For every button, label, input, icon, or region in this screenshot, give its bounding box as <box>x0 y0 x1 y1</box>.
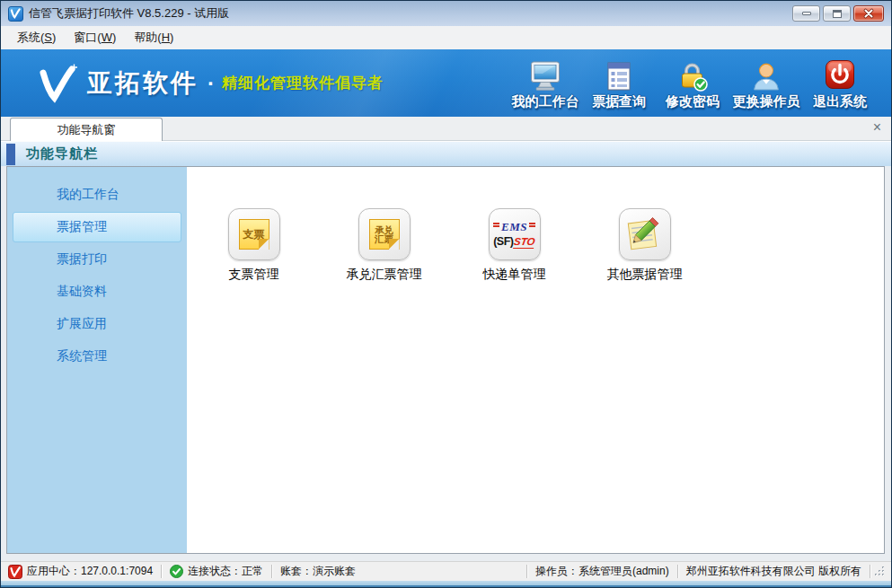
sidebar-item-basic-data[interactable]: 基础资料 <box>13 276 181 307</box>
toolbar-workbench-label: 我的工作台 <box>512 93 579 110</box>
module-label: 其他票据管理 <box>607 267 683 283</box>
toolbar-bill-query-button[interactable]: 票据查询 <box>582 59 656 110</box>
status-copyright: 郑州亚拓软件科技有限公司 版权所有 <box>678 564 870 579</box>
toolbar-change-password-button[interactable]: 修改密码 <box>656 59 729 110</box>
notepad-pencil-icon <box>619 208 671 260</box>
yatuo-logo-icon <box>37 64 78 103</box>
nav-header-title: 功能导航栏 <box>26 145 98 162</box>
status-connection: 连接状态：正常 <box>162 564 271 579</box>
close-button[interactable] <box>853 5 884 22</box>
module-express-waybill-management[interactable]: EMS (SF)STO 快递单管理 <box>449 208 579 283</box>
client-inner: 我的工作台 票据管理 票据打印 基础资料 扩展应用 系统管理 支票 支票管理 <box>6 166 885 554</box>
banner-toolbar: 我的工作台 票据查询 <box>508 49 877 117</box>
brand-banner: 亚拓软件 · 精细化管理软件倡导者 我的工作台 <box>1 49 891 117</box>
toolbar-switch-operator-label: 更换操作员 <box>733 93 800 110</box>
client-area: 我的工作台 票据管理 票据打印 基础资料 扩展应用 系统管理 支票 支票管理 <box>1 166 891 561</box>
status-operator: 操作员：系统管理员(admin) <box>527 564 677 579</box>
menu-help[interactable]: 帮助(H) <box>125 27 182 48</box>
tabstrip-close-icon[interactable]: × <box>873 121 881 134</box>
module-label: 承兑汇票管理 <box>347 267 422 283</box>
module-acceptance-bill-management[interactable]: 承兑汇票 承兑汇票管理 <box>319 208 449 283</box>
tab-function-navigation[interactable]: 功能导航窗 <box>10 118 163 141</box>
main-panel: 支票 支票管理 承兑汇票 承兑汇票管理 EMS <box>187 167 884 553</box>
workbench-monitor-icon <box>528 59 562 92</box>
minimize-icon <box>802 12 811 15</box>
sidebar-item-system-management[interactable]: 系统管理 <box>13 341 181 372</box>
express-logos-icon: EMS (SF)STO <box>489 208 541 260</box>
toolbar-bill-query-label: 票据查询 <box>592 93 646 110</box>
app-center-logo-icon <box>8 565 22 579</box>
toolbar-change-password-label: 修改密码 <box>666 93 720 110</box>
acceptance-bill-note-icon: 承兑汇票 <box>358 208 411 260</box>
nav-header: 功能导航栏 <box>1 141 891 166</box>
tab-label: 功能导航窗 <box>57 122 116 138</box>
menu-system[interactable]: 系统(S) <box>8 27 65 48</box>
toolbar-exit-label: 退出系统 <box>813 93 867 110</box>
minimize-button[interactable] <box>792 5 820 22</box>
menu-bar: 系统(S) 窗口(W) 帮助(H) <box>1 26 891 49</box>
module-other-bills-management[interactable]: 其他票据管理 <box>579 208 710 283</box>
change-password-lock-icon <box>676 59 709 92</box>
nav-sidebar: 我的工作台 票据管理 票据打印 基础资料 扩展应用 系统管理 <box>7 167 187 553</box>
resize-grip[interactable] <box>874 566 886 577</box>
sidebar-item-workbench[interactable]: 我的工作台 <box>13 180 181 210</box>
status-app-center: 应用中心：127.0.0.1:7094 <box>6 564 161 579</box>
app-window: 信管飞票据打印软件 V8.5.229 - 试用版 系统(S) 窗口(W) 帮助(… <box>0 0 892 588</box>
toolbar-workbench-button[interactable]: 我的工作台 <box>508 59 582 110</box>
brand-logo-area: 亚拓软件 · 精细化管理软件倡导者 <box>37 64 384 103</box>
sidebar-item-bill-printing[interactable]: 票据打印 <box>13 244 181 275</box>
sidebar-item-bill-management[interactable]: 票据管理 <box>13 212 181 242</box>
connection-ok-icon <box>170 565 183 578</box>
bill-query-list-icon <box>604 59 634 92</box>
toolbar-exit-button[interactable]: 退出系统 <box>803 59 877 110</box>
sidebar-item-extensions[interactable]: 扩展应用 <box>13 309 181 339</box>
brand-name: 亚拓软件 <box>87 66 199 101</box>
module-cheque-management[interactable]: 支票 支票管理 <box>189 208 319 283</box>
cheque-note-icon: 支票 <box>228 208 280 260</box>
close-icon <box>863 8 874 19</box>
module-label: 支票管理 <box>229 267 279 283</box>
app-logo-icon <box>8 6 23 22</box>
exit-power-icon <box>824 59 856 92</box>
status-bar: 应用中心：127.0.0.1:7094 连接状态：正常 账套：演示账套 操作员：… <box>1 561 891 581</box>
toolbar-switch-operator-button[interactable]: 更换操作员 <box>729 59 803 110</box>
title-bar: 信管飞票据打印软件 V8.5.229 - 试用版 <box>1 1 891 26</box>
menu-window[interactable]: 窗口(W) <box>65 27 125 48</box>
maximize-icon <box>833 10 842 18</box>
brand-dot: · <box>208 71 215 96</box>
status-separator <box>870 565 870 578</box>
brand-slogan: 精细化管理软件倡导者 <box>222 73 384 93</box>
window-bottom-frame <box>1 581 891 587</box>
status-account: 账套：演示账套 <box>272 564 364 579</box>
window-controls <box>792 5 884 22</box>
window-title: 信管飞票据打印软件 V8.5.229 - 试用版 <box>29 5 229 22</box>
switch-operator-user-icon <box>750 59 782 92</box>
module-grid: 支票 支票管理 承兑汇票 承兑汇票管理 EMS <box>187 167 884 283</box>
maximize-button[interactable] <box>823 5 851 22</box>
nav-header-accent <box>6 144 15 165</box>
module-label: 快递单管理 <box>483 267 546 283</box>
tab-strip: 功能导航窗 × <box>1 117 891 141</box>
